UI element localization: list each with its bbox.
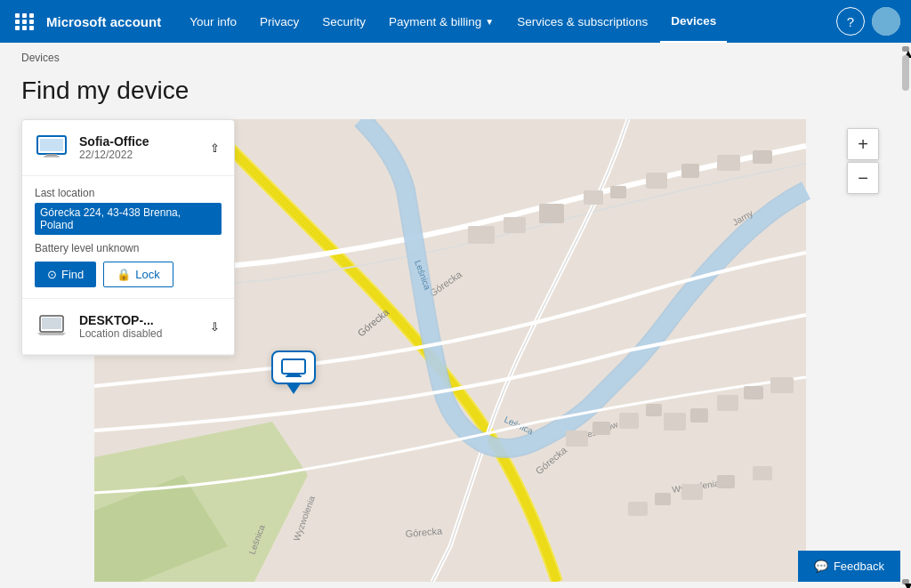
device-sofia-office: Sofia-Office 22/12/2022 ⇧ Last location … bbox=[22, 120, 234, 298]
svg-rect-41 bbox=[40, 139, 63, 151]
svg-rect-20 bbox=[717, 155, 740, 171]
brand-name: Microsoft account bbox=[46, 14, 161, 29]
svg-rect-23 bbox=[593, 422, 610, 435]
nav-privacy[interactable]: Privacy bbox=[249, 0, 310, 43]
device-info-sofia: Sofia-Office 22/12/2022 bbox=[79, 134, 208, 161]
device-address: Górecka 224, 43-438 Brenna, Poland bbox=[35, 203, 222, 235]
svg-rect-34 bbox=[717, 475, 735, 488]
svg-rect-37 bbox=[282, 359, 305, 374]
nav-your-info[interactable]: Your info bbox=[179, 0, 247, 43]
svg-rect-35 bbox=[753, 466, 772, 480]
nav-services[interactable]: Services & subscriptions bbox=[506, 0, 658, 43]
chevron-down-icon: ⇩ bbox=[210, 320, 220, 334]
svg-rect-24 bbox=[619, 413, 639, 429]
svg-rect-16 bbox=[584, 190, 603, 205]
page-title: Find my device bbox=[0, 69, 900, 119]
payment-chevron-icon: ▼ bbox=[485, 17, 494, 27]
svg-rect-42 bbox=[46, 154, 57, 156]
svg-rect-43 bbox=[44, 156, 60, 157]
svg-rect-29 bbox=[744, 386, 763, 399]
nav-right: ? bbox=[836, 7, 900, 36]
device-desktop-expand-button[interactable]: ⇩ bbox=[208, 318, 222, 335]
scrollbar-thumb[interactable] bbox=[902, 55, 909, 91]
zoom-out-button[interactable]: − bbox=[847, 162, 879, 194]
svg-rect-45 bbox=[42, 318, 61, 329]
desktop-icon bbox=[35, 131, 69, 165]
svg-rect-21 bbox=[753, 150, 772, 164]
scroll-up-arrow[interactable]: ▲ bbox=[902, 46, 909, 52]
svg-rect-13 bbox=[468, 226, 495, 244]
device-sofia-collapse-button[interactable]: ⇧ bbox=[208, 140, 222, 157]
device-action-buttons: ⊙ Find 🔒 Lock bbox=[35, 262, 222, 287]
main-content: Devices Find my device Górecka bbox=[0, 43, 900, 588]
device-item-desktop[interactable]: DESKTOP-... Location disabled ⇩ bbox=[22, 299, 234, 355]
svg-rect-14 bbox=[504, 217, 526, 233]
svg-rect-25 bbox=[646, 404, 662, 416]
svg-rect-18 bbox=[646, 173, 667, 189]
svg-rect-15 bbox=[539, 204, 564, 223]
svg-rect-33 bbox=[681, 484, 703, 500]
apps-icon[interactable] bbox=[11, 7, 39, 36]
svg-rect-39 bbox=[286, 375, 302, 377]
page-wrapper: Devices Find my device Górecka bbox=[0, 43, 911, 588]
zoom-in-button[interactable]: + bbox=[847, 128, 879, 160]
breadcrumb: Devices bbox=[0, 43, 900, 69]
svg-rect-38 bbox=[287, 374, 300, 375]
chevron-up-icon: ⇧ bbox=[210, 141, 220, 155]
device-item-sofia[interactable]: Sofia-Office 22/12/2022 ⇧ bbox=[22, 120, 234, 176]
feedback-icon: 💬 bbox=[814, 560, 828, 573]
map-controls: + − bbox=[847, 128, 879, 194]
help-button[interactable]: ? bbox=[836, 7, 865, 36]
marker-tail bbox=[286, 383, 301, 394]
svg-rect-28 bbox=[717, 395, 738, 411]
svg-rect-31 bbox=[628, 502, 648, 516]
svg-rect-27 bbox=[690, 408, 708, 423]
device-info-desktop: DESKTOP-... Location disabled bbox=[79, 313, 208, 340]
avatar[interactable] bbox=[872, 7, 900, 36]
nav-security[interactable]: Security bbox=[311, 0, 376, 43]
nav-devices[interactable]: Devices bbox=[660, 0, 727, 43]
svg-rect-22 bbox=[566, 431, 588, 447]
scrollbar[interactable]: ▲ ▼ bbox=[900, 43, 911, 588]
device-panel: Sofia-Office 22/12/2022 ⇧ Last location … bbox=[21, 119, 235, 356]
scroll-down-arrow[interactable]: ▼ bbox=[902, 579, 909, 584]
battery-status: Battery level unknown bbox=[35, 242, 222, 254]
nav-links: Your info Privacy Security Payment & bil… bbox=[179, 0, 836, 43]
svg-rect-19 bbox=[681, 164, 699, 178]
svg-rect-26 bbox=[664, 413, 686, 431]
feedback-button[interactable]: 💬 Feedback bbox=[798, 551, 900, 582]
find-icon: ⊙ bbox=[47, 268, 57, 281]
svg-rect-32 bbox=[655, 493, 671, 505]
lock-icon: 🔒 bbox=[117, 268, 131, 281]
device-map-marker bbox=[271, 350, 316, 394]
laptop-icon bbox=[35, 310, 69, 343]
find-button[interactable]: ⊙ Find bbox=[35, 262, 96, 287]
lock-button[interactable]: 🔒 Lock bbox=[103, 262, 173, 287]
nav-payment-billing[interactable]: Payment & billing ▼ bbox=[378, 0, 504, 43]
marker-bubble bbox=[271, 350, 316, 384]
top-nav: Microsoft account Your info Privacy Secu… bbox=[0, 0, 911, 43]
device-sofia-details: Last location Górecka 224, 43-438 Brenna… bbox=[22, 176, 234, 298]
svg-rect-17 bbox=[610, 186, 626, 198]
svg-rect-30 bbox=[770, 377, 794, 393]
